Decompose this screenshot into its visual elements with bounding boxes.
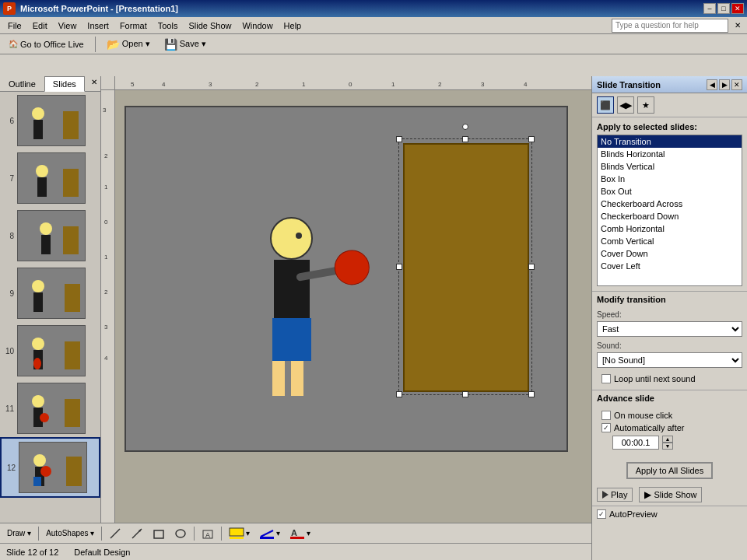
menu-view[interactable]: View [54, 19, 82, 32]
play-button[interactable]: Play [597, 488, 633, 502]
panel-icon-1[interactable]: ⬛ [597, 96, 614, 114]
transition-cover-left[interactable]: Cover Left [598, 260, 742, 272]
apply-all-button[interactable]: Apply to All Slides [626, 462, 713, 479]
slide-thumb-11[interactable]: 11 [0, 380, 100, 437]
save-button[interactable]: 💾 Save ▾ [159, 36, 212, 53]
auto-checkbox[interactable] [601, 423, 611, 432]
slide-transition-panel: Slide Transition ◀ ▶ ✕ ⬛ ◀▶ ★ Apply to s… [591, 76, 747, 560]
textbox-tool[interactable]: A [198, 525, 218, 542]
transition-list: No Transition Blinds Horizontal Blinds V… [597, 135, 742, 286]
handle-tc[interactable] [462, 136, 468, 142]
menu-format[interactable]: Format [115, 19, 152, 32]
transition-cover-down[interactable]: Cover Down [598, 247, 742, 260]
selection-box [398, 138, 532, 395]
figure-eye [296, 233, 302, 239]
slide-thumb-12[interactable]: 12 [0, 437, 100, 498]
maximize-button[interactable]: □ [717, 3, 730, 14]
slide-thumb-6[interactable]: 6 [0, 92, 100, 149]
onclick-row: On mouse click [597, 409, 742, 422]
menu-insert[interactable]: Insert [82, 19, 114, 32]
handle-ml[interactable] [396, 264, 402, 270]
panel-close-btn[interactable]: ✕ [731, 79, 742, 90]
slideshow-button[interactable]: ▶ Slide Show [639, 487, 702, 502]
help-close-button[interactable]: ✕ [731, 20, 744, 30]
font-color-button[interactable]: A ▾ [286, 525, 314, 542]
menu-tools[interactable]: Tools [153, 19, 183, 32]
line-tool[interactable] [105, 525, 125, 542]
svg-line-0 [110, 529, 120, 538]
slide-preview-8 [17, 210, 86, 261]
transition-blinds-h[interactable]: Blinds Horizontal [598, 148, 742, 160]
handle-mr[interactable] [528, 264, 535, 270]
speed-select[interactable]: Fast Medium Slow [597, 321, 742, 337]
transition-comb-v[interactable]: Comb Vertical [598, 235, 742, 247]
panel-icon-2[interactable]: ◀▶ [617, 96, 634, 114]
transition-box-out[interactable]: Box Out [598, 185, 742, 198]
slide-thumb-9[interactable]: 9 [0, 264, 100, 322]
menu-slideshow[interactable]: Slide Show [184, 19, 236, 32]
slide-thumb-7[interactable]: 7 [0, 149, 100, 207]
loop-row: Loop until next sound [597, 373, 742, 385]
tab-outline[interactable]: Outline [0, 76, 44, 91]
time-up-button[interactable]: ▲ [662, 436, 673, 443]
tab-slides[interactable]: Slides [44, 76, 85, 92]
slide-thumb-10[interactable]: 10 [0, 322, 100, 380]
office-live-button[interactable]: 🏠 Go to Office Live [3, 37, 89, 51]
transition-checker-down[interactable]: Checkerboard Down [598, 210, 742, 222]
menu-edit[interactable]: Edit [28, 19, 52, 32]
fill-color-icon [229, 527, 244, 540]
panel-icon-3[interactable]: ★ [637, 96, 654, 114]
transition-box-in[interactable]: Box In [598, 173, 742, 185]
ellipse-tool[interactable] [170, 525, 191, 542]
panel-arrow-left[interactable]: ◀ [707, 79, 717, 90]
slideshow-label: Slide Show [654, 490, 696, 499]
help-search-input[interactable] [612, 19, 728, 33]
draw-separator-2 [101, 527, 102, 541]
slides-list: 6 7 8 [0, 92, 100, 529]
arrow-tool[interactable] [127, 525, 147, 542]
onclick-checkbox[interactable] [601, 411, 611, 420]
autopreview-checkbox[interactable] [597, 509, 606, 519]
apply-label: Apply to selected slides: [597, 122, 742, 131]
menu-file[interactable]: File [3, 19, 26, 32]
transition-blinds-v[interactable]: Blinds Vertical [598, 160, 742, 173]
rotation-handle[interactable] [462, 124, 468, 130]
panel-arrow-right[interactable]: ▶ [719, 79, 730, 90]
rectangle-tool[interactable] [149, 525, 169, 542]
rectangle-icon [153, 527, 165, 540]
menu-help[interactable]: Help [279, 19, 307, 32]
close-button[interactable]: ✕ [731, 3, 744, 14]
modify-section-title: Modify transition [592, 291, 747, 306]
panel-close-button[interactable]: ✕ [88, 76, 100, 91]
fill-color-button[interactable]: ▾ [225, 525, 254, 542]
transition-no-transition[interactable]: No Transition [598, 135, 742, 148]
panel-header-buttons: ◀ ▶ ✕ [707, 79, 742, 90]
time-down-button[interactable]: ▼ [662, 443, 673, 450]
transition-comb-h[interactable]: Comb Horizontal [598, 222, 742, 235]
draw-menu-button[interactable]: Draw ▾ [3, 527, 35, 540]
autoshapes-button[interactable]: AutoShapes ▾ [42, 527, 98, 540]
handle-bl[interactable] [396, 391, 402, 397]
stick-figure[interactable] [270, 217, 313, 396]
handle-bc[interactable] [462, 391, 468, 397]
handle-tl[interactable] [396, 136, 402, 142]
figure-leg-right [291, 361, 303, 396]
app-title: Microsoft PowerPoint - [Presentation1] [20, 4, 178, 13]
horizontal-ruler: 5 4 3 2 1 0 1 2 3 4 [101, 76, 591, 90]
loop-checkbox[interactable] [601, 374, 611, 383]
advance-section-title: Advance slide [592, 390, 747, 404]
canvas-container: 3 2 1 0 1 2 3 4 [101, 90, 591, 529]
transition-checker-across[interactable]: Checkerboard Across [598, 198, 742, 210]
slide-thumb-8[interactable]: 8 [0, 207, 100, 264]
sound-select[interactable]: [No Sound] [597, 352, 742, 368]
slides-panel: Outline Slides ✕ 6 7 [0, 76, 101, 529]
time-input[interactable] [612, 436, 659, 450]
line-color-button[interactable]: ▾ [255, 525, 284, 542]
main-canvas-area: 5 4 3 2 1 0 1 2 3 4 3 2 1 0 1 2 3 4 [101, 76, 591, 529]
handle-tr[interactable] [528, 136, 535, 142]
open-button[interactable]: 📂 Open ▾ [101, 36, 156, 53]
menu-window[interactable]: Window [237, 19, 277, 32]
vertical-ruler: 3 2 1 0 1 2 3 4 [101, 90, 115, 529]
minimize-button[interactable]: – [703, 3, 716, 14]
handle-br[interactable] [528, 391, 535, 397]
